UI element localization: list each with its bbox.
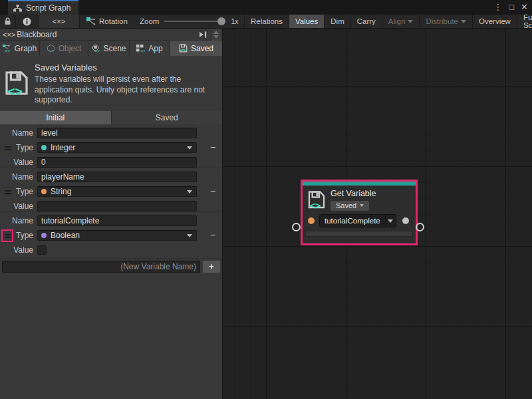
graph-canvas[interactable]: <> Get Variable Saved tutorialComplete <box>223 29 532 399</box>
svg-text:<>: <> <box>140 48 145 53</box>
type-color-dot <box>41 145 47 150</box>
variable-value-checkbox[interactable] <box>37 245 47 255</box>
tab-saved[interactable]: <> Saved <box>170 41 222 56</box>
title-bar: Script Graph ⋮ □ ✕ <box>0 0 532 15</box>
app-variables-icon: <> <box>136 45 145 53</box>
dim-toggle[interactable]: Dim <box>324 15 350 28</box>
window-menu-icon[interactable]: ⋮ <box>493 2 502 12</box>
window-maximize-icon[interactable]: □ <box>509 2 514 12</box>
node-footer <box>305 231 413 237</box>
svg-text:<>: <> <box>5 48 10 53</box>
chevron-down-icon <box>187 234 192 237</box>
variable-name-input[interactable] <box>37 215 197 226</box>
get-variable-node[interactable]: <> Get Variable Saved tutorialComplete <box>301 180 418 245</box>
scroll-up-icon[interactable] <box>213 31 219 34</box>
saved-variables-info: <> Saved Variables These variables will … <box>0 56 222 111</box>
variable-name-input[interactable] <box>37 172 197 182</box>
zoom-slider[interactable] <box>164 15 225 28</box>
info-button[interactable] <box>16 15 39 28</box>
output-port-dot[interactable] <box>402 217 409 224</box>
chevron-down-icon <box>461 20 466 23</box>
type-color-dot <box>41 189 47 194</box>
add-variable-button[interactable]: + <box>203 261 220 273</box>
dock-panel-icon[interactable] <box>199 31 207 38</box>
blackboard-header: <×> Blackboard <box>0 29 222 41</box>
variable-row-playerName: Name Type String − Value <box>0 168 222 212</box>
distribute-dropdown[interactable]: Distribute <box>419 15 472 28</box>
lock-button[interactable] <box>0 15 16 28</box>
graph-variables-icon: <> <box>3 45 11 53</box>
new-variable-row: + <box>0 259 222 276</box>
fullscreen-button[interactable]: Full Screen <box>517 15 532 28</box>
node-title: Get Variable <box>331 189 376 198</box>
info-title: Saved Variables <box>35 63 217 72</box>
rotation-label: Rotation <box>99 17 128 25</box>
type-color-dot <box>41 233 47 238</box>
info-description: These variables will persist even after … <box>35 74 217 106</box>
remove-variable-button[interactable]: − <box>207 141 219 153</box>
graph-hierarchy-icon <box>13 5 22 12</box>
graph-toolbar: <×> Rotation Zoom 1x Relations Values Di… <box>0 15 532 29</box>
object-variables-icon: <> <box>47 45 55 53</box>
scroll-down-icon[interactable] <box>213 35 219 39</box>
relations-toggle[interactable]: Relations <box>244 15 289 28</box>
chevron-down-icon <box>187 190 192 194</box>
tab-script-graph[interactable]: Script Graph <box>8 0 78 15</box>
script-graph-window: Script Graph ⋮ □ ✕ <×> <box>0 0 532 399</box>
variable-value-input[interactable] <box>37 201 197 211</box>
window-close-icon[interactable]: ✕ <box>521 2 528 12</box>
zoom-slider-track <box>164 21 225 22</box>
blackboard-panel: <×> Blackboard <> Graph <> O <box>0 29 223 399</box>
node-right-port[interactable] <box>416 223 424 231</box>
variable-scope-tabs: <> Graph <> Object <> Scene <> Ap <box>0 41 222 56</box>
align-dropdown[interactable]: Align <box>382 15 420 28</box>
variable-kind-dropdown[interactable]: Saved <box>331 201 369 211</box>
values-toggle[interactable]: Values <box>289 15 324 28</box>
saved-variables-icon: <> <box>179 44 188 53</box>
svg-text:<>: <> <box>94 49 100 53</box>
rotation-control[interactable]: Rotation <box>80 15 133 28</box>
chevron-down-icon <box>360 204 364 207</box>
remove-variable-button[interactable]: − <box>207 185 219 197</box>
subtab-saved[interactable]: Saved <box>112 111 223 124</box>
saved-variables-icon: <> <box>308 189 325 211</box>
info-icon <box>23 17 31 26</box>
tab-graph[interactable]: <> Graph <box>0 41 39 56</box>
chevron-down-icon <box>408 20 413 23</box>
zoom-value: 1x <box>231 17 238 25</box>
variable-name-input[interactable] <box>37 128 197 138</box>
remove-variable-button[interactable]: − <box>207 229 219 241</box>
node-left-port[interactable] <box>292 223 301 231</box>
variable-type-dropdown[interactable]: Integer <box>37 142 197 153</box>
variable-row-tutorialComplete: Name Type Boolean − Value <box>0 212 222 259</box>
panel-scroll-arrows[interactable] <box>211 29 221 41</box>
carry-toggle[interactable]: Carry <box>350 15 382 28</box>
variables-icon: <×> <box>3 31 15 39</box>
overview-button[interactable]: Overview <box>472 15 517 28</box>
variable-row-level: Name Type Integer − Value <box>0 124 222 168</box>
variable-type-dropdown[interactable]: Boolean <box>37 230 197 241</box>
variable-name-dropdown[interactable]: tutorialComplete <box>319 214 396 227</box>
tab-app[interactable]: <> App <box>130 41 170 56</box>
tab-title: Script Graph <box>26 3 70 13</box>
tab-scene[interactable]: <> Scene <box>88 41 129 56</box>
svg-text:<>: <> <box>180 47 186 53</box>
svg-text:<>: <> <box>310 200 321 209</box>
zoom-slider-handle[interactable] <box>217 17 225 25</box>
tab-object[interactable]: <> Object <box>40 41 88 56</box>
variable-value-input[interactable] <box>37 157 197 168</box>
scene-variables-icon: <> <box>91 45 100 53</box>
floppy-disk-icon: <> <box>5 63 28 106</box>
svg-text:<>: <> <box>7 84 23 96</box>
chevron-down-icon[interactable] <box>385 215 396 227</box>
new-variable-name-input[interactable] <box>2 261 200 273</box>
code-view-button[interactable]: <×> <box>39 15 80 28</box>
blackboard-title: Blackboard <box>17 30 57 39</box>
zoom-label: Zoom <box>140 17 159 25</box>
variable-type-dropdown[interactable]: String <box>37 186 197 197</box>
svg-text:<>: <> <box>49 48 54 53</box>
lock-icon <box>4 17 11 25</box>
rotation-icon <box>86 17 96 25</box>
input-port-dot[interactable] <box>308 217 315 224</box>
subtab-initial[interactable]: Initial <box>0 111 111 124</box>
